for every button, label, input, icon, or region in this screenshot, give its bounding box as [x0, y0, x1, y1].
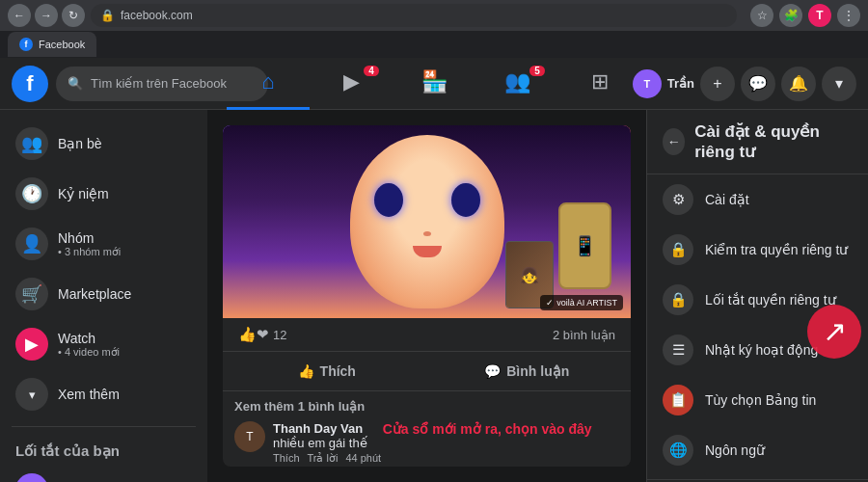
- sidebar-item-marketplace[interactable]: 🛒 Marketplace: [4, 270, 203, 318]
- settings-gear-icon: ⚙: [663, 184, 693, 215]
- sidebar-item-memories[interactable]: 🕐 Kỷ niệm: [4, 170, 203, 218]
- reaction-emojis: 👍❤: [238, 326, 269, 343]
- video-badge: 4: [364, 66, 379, 76]
- account-menu-button[interactable]: ▾: [822, 67, 856, 101]
- chevron-down-icon: ▾: [15, 378, 48, 411]
- nav-video[interactable]: ▶ 4: [310, 58, 393, 110]
- profile-button[interactable]: T: [808, 4, 831, 27]
- reaction-count: 👍❤ 12: [238, 326, 286, 343]
- back-button[interactable]: ←: [8, 4, 31, 27]
- address-bar[interactable]: 🔒 facebook.com: [91, 4, 737, 27]
- post-actions: 👍 Thích 💬 Bình luận: [223, 352, 631, 390]
- activity-log-icon: ☰: [663, 335, 693, 365]
- groups-icon: 👥: [504, 69, 530, 94]
- sidebar-item-friends[interactable]: 👥 Bạn bè: [4, 120, 203, 168]
- url-text: facebook.com: [121, 9, 193, 22]
- tab-title: Facebook: [39, 39, 85, 50]
- marketplace-side-icon: 🛒: [15, 278, 48, 310]
- user-name: Trần: [667, 76, 694, 91]
- comment-reply-action[interactable]: Trả lời: [308, 452, 339, 465]
- lock-icon: 🔒: [100, 9, 115, 22]
- browser-top-bar: ← → ↻ 🔒 facebook.com ☆ 🧩 T ⋮: [0, 0, 868, 31]
- news-feed: 📱 👧 ✓ voilà AI ARTIST: [207, 110, 646, 482]
- memories-text: Kỷ niệm: [58, 186, 109, 201]
- view-more-comments[interactable]: Xem thêm 1 bình luận: [234, 399, 619, 414]
- nav-home[interactable]: ⌂: [227, 58, 310, 110]
- groups-side-icon: 👤: [15, 228, 48, 260]
- settings-back-button[interactable]: ←: [663, 128, 685, 155]
- nav-marketplace[interactable]: 🏪: [393, 58, 475, 110]
- sidebar-divider: [12, 426, 196, 427]
- see-more-button[interactable]: ▾ Xem thêm: [4, 370, 203, 418]
- commenter-name: Thanh Day Van: [273, 421, 363, 436]
- main-content: 👥 Bạn bè 🕐 Kỷ niệm 👤 Nhóm • 3 nhóm mới: [0, 110, 868, 482]
- memories-icon: 🕐: [15, 177, 48, 210]
- commenter-avatar: T: [234, 421, 265, 452]
- search-icon: 🔍: [68, 76, 83, 91]
- facebook-app: f 🔍 Tìm kiếm trên Facebook ⌂ ▶ 4 🏪 👥 5 ⊞: [0, 58, 868, 482]
- facebook-logo: f: [12, 66, 48, 102]
- comment-count[interactable]: 2 bình luận: [553, 328, 615, 342]
- facebook-tab[interactable]: f Facebook: [8, 32, 96, 57]
- post-image: 📱 👧 ✓ voilà AI ARTIST: [223, 125, 631, 318]
- comment-button[interactable]: 💬 Bình luận: [427, 356, 628, 387]
- browser-controls: ← → ↻: [8, 4, 85, 27]
- nav-right: T Trần + 💬 🔔 ▾: [633, 67, 856, 101]
- watch-text: Watch • 4 video mới: [58, 331, 120, 359]
- comment-actions: Thích Trả lời 44 phút: [273, 452, 619, 465]
- tab-bar: f Facebook: [0, 31, 868, 58]
- sidebar-shortcut-1[interactable]: 📰 Diễn đàn Nhà báo trẻ: [4, 466, 203, 482]
- settings-panel: ← Cài đặt & quyền riêng tư ⚙ Cài đặt 🔒 K…: [646, 110, 868, 482]
- feed-post: 📱 👧 ✓ voilà AI ARTIST: [223, 125, 631, 467]
- friends-text: Bạn bè: [58, 136, 102, 151]
- comment-text: nhiều em gái thế: [273, 436, 367, 450]
- settings-item-privacy-check[interactable]: 🔒 Kiểm tra quyền riêng tư: [647, 225, 868, 275]
- comment-icon: 💬: [484, 363, 501, 379]
- menu-button[interactable]: ⋮: [837, 4, 860, 27]
- nav-center: ⌂ ▶ 4 🏪 👥 5 ⊞: [227, 58, 641, 110]
- sidebar-item-watch[interactable]: ▶ Watch • 4 video mới: [4, 320, 203, 368]
- post-reactions: 👍❤ 12 2 bình luận: [223, 318, 631, 352]
- svg-text:↗: ↗: [823, 315, 847, 347]
- comment-content: Thanh Day Van nhiều em gái thế Cửa sổ mớ…: [273, 421, 619, 465]
- settings-divider: [647, 479, 868, 480]
- comments-section: Xem thêm 1 bình luận T Thanh Day Van nhi…: [223, 390, 631, 467]
- browser-chrome: ← → ↻ 🔒 facebook.com ☆ 🧩 T ⋮ f Facebook …: [0, 0, 868, 58]
- search-placeholder: Tìm kiếm trên Facebook: [91, 76, 227, 91]
- settings-item-settings[interactable]: ⚙ Cài đặt: [647, 174, 868, 225]
- shortcut-1-icon: 📰: [15, 473, 48, 482]
- facebook-navbar: f 🔍 Tìm kiếm trên Facebook ⌂ ▶ 4 🏪 👥 5 ⊞: [0, 58, 868, 110]
- voila-badge: ✓ voilà AI ARTIST: [540, 295, 623, 310]
- settings-header: ← Cài đặt & quyền riêng tư: [647, 110, 868, 174]
- marketplace-icon: 🏪: [421, 69, 448, 94]
- video-icon: ▶: [343, 69, 360, 94]
- shortcuts-section-label: Lối tắt của bạn: [0, 435, 207, 464]
- home-icon: ⌂: [261, 69, 274, 94]
- sidebar-item-groups[interactable]: 👤 Nhóm • 3 nhóm mới: [4, 220, 203, 268]
- groups-text: Nhóm • 3 nhóm mới: [58, 230, 121, 258]
- like-button[interactable]: 👍 Thích: [227, 356, 427, 387]
- add-button[interactable]: +: [700, 67, 735, 101]
- notifications-button[interactable]: 🔔: [781, 67, 816, 101]
- reload-button[interactable]: ↻: [62, 4, 85, 27]
- arrow-text: Cửa sổ mới mở ra, chọn vào đây: [383, 421, 592, 437]
- settings-item-language[interactable]: 🌐 Ngôn ngữ: [647, 425, 868, 475]
- language-icon: 🌐: [663, 435, 693, 466]
- marketplace-text: Marketplace: [58, 286, 131, 302]
- bookmark-button[interactable]: ☆: [750, 4, 773, 27]
- forward-button[interactable]: →: [35, 4, 58, 27]
- privacy-shortcut-icon: 🔒: [663, 284, 693, 315]
- comment-like-action[interactable]: Thích: [273, 452, 300, 465]
- settings-item-newsfeed[interactable]: 📋 Tùy chọn Bảng tin: [647, 375, 868, 425]
- menu-icon: ⊞: [591, 69, 609, 94]
- facebook-favicon: f: [19, 38, 33, 51]
- left-sidebar: 👥 Bạn bè 🕐 Kỷ niệm 👤 Nhóm • 3 nhóm mới: [0, 110, 207, 482]
- groups-badge: 5: [529, 66, 545, 76]
- nav-menu[interactable]: ⊞: [558, 58, 641, 110]
- newsfeed-icon: 📋: [663, 385, 693, 415]
- comment-time: 44 phút: [345, 452, 381, 465]
- messenger-button[interactable]: 💬: [741, 67, 775, 101]
- extensions-button[interactable]: 🧩: [779, 4, 802, 27]
- nav-groups[interactable]: 👥 5: [475, 58, 558, 110]
- like-icon: 👍: [298, 363, 314, 379]
